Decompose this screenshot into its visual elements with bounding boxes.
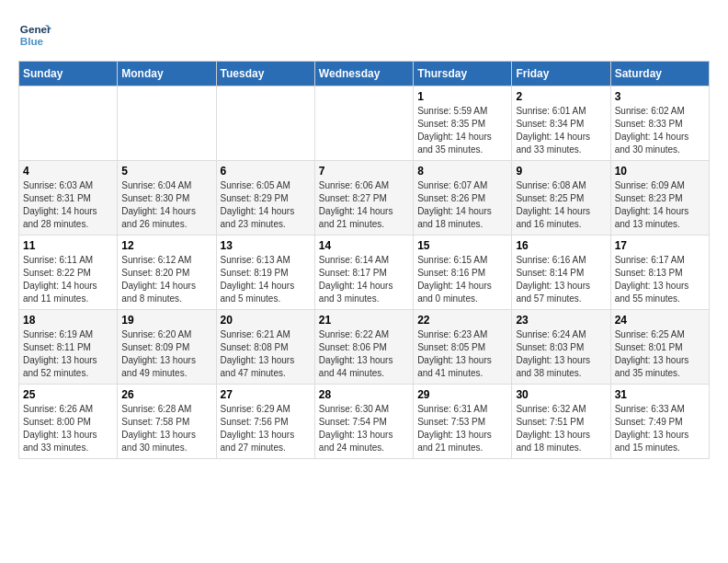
- calendar-cell: 13Sunrise: 6:13 AM Sunset: 8:19 PM Dayli…: [216, 236, 314, 310]
- day-number: 5: [121, 165, 211, 178]
- day-info: Sunrise: 6:09 AM Sunset: 8:23 PM Dayligh…: [615, 179, 705, 231]
- day-info: Sunrise: 6:17 AM Sunset: 8:13 PM Dayligh…: [615, 254, 705, 305]
- calendar-cell: 8Sunrise: 6:07 AM Sunset: 8:26 PM Daylig…: [414, 161, 512, 236]
- calendar-cell: 14Sunrise: 6:14 AM Sunset: 8:17 PM Dayli…: [314, 236, 413, 310]
- day-info: Sunrise: 6:11 AM Sunset: 8:22 PM Dayligh…: [23, 254, 113, 305]
- calendar-cell: 17Sunrise: 6:17 AM Sunset: 8:13 PM Dayli…: [610, 236, 709, 310]
- day-number: 13: [221, 239, 311, 252]
- calendar-week-3: 11Sunrise: 6:11 AM Sunset: 8:22 PM Dayli…: [19, 236, 710, 310]
- day-info: Sunrise: 6:23 AM Sunset: 8:05 PM Dayligh…: [417, 328, 507, 380]
- day-number: 21: [319, 314, 409, 327]
- calendar-cell: [314, 86, 413, 161]
- calendar-cell: 27Sunrise: 6:29 AM Sunset: 7:56 PM Dayli…: [216, 385, 314, 459]
- day-number: 4: [23, 165, 113, 178]
- calendar-cell: [118, 86, 216, 161]
- svg-text:General: General: [20, 23, 51, 35]
- calendar-body: 1Sunrise: 5:59 AM Sunset: 8:35 PM Daylig…: [19, 86, 710, 459]
- day-info: Sunrise: 6:28 AM Sunset: 7:58 PM Dayligh…: [121, 403, 211, 454]
- day-info: Sunrise: 6:12 AM Sunset: 8:20 PM Dayligh…: [121, 254, 211, 305]
- calendar-cell: 31Sunrise: 6:33 AM Sunset: 7:49 PM Dayli…: [610, 385, 709, 459]
- calendar-week-1: 1Sunrise: 5:59 AM Sunset: 8:35 PM Daylig…: [19, 86, 710, 161]
- calendar-cell: 4Sunrise: 6:03 AM Sunset: 8:31 PM Daylig…: [19, 161, 118, 236]
- day-info: Sunrise: 6:33 AM Sunset: 7:49 PM Dayligh…: [615, 403, 705, 454]
- day-number: 15: [417, 239, 507, 252]
- day-number: 7: [319, 165, 409, 178]
- calendar-cell: 26Sunrise: 6:28 AM Sunset: 7:58 PM Dayli…: [118, 385, 216, 459]
- day-number: 27: [221, 388, 311, 401]
- calendar-cell: 18Sunrise: 6:19 AM Sunset: 8:11 PM Dayli…: [19, 310, 118, 385]
- day-number: 29: [417, 388, 507, 401]
- calendar-cell: 29Sunrise: 6:31 AM Sunset: 7:53 PM Dayli…: [414, 385, 512, 459]
- day-number: 3: [615, 90, 705, 103]
- day-number: 30: [516, 388, 606, 401]
- calendar-cell: 16Sunrise: 6:16 AM Sunset: 8:14 PM Dayli…: [512, 236, 610, 310]
- calendar-header-wednesday: Wednesday: [314, 62, 413, 86]
- day-info: Sunrise: 6:07 AM Sunset: 8:26 PM Dayligh…: [417, 179, 507, 231]
- calendar-cell: 10Sunrise: 6:09 AM Sunset: 8:23 PM Dayli…: [610, 161, 709, 236]
- day-info: Sunrise: 5:59 AM Sunset: 8:35 PM Dayligh…: [417, 105, 507, 156]
- calendar-cell: 2Sunrise: 6:01 AM Sunset: 8:34 PM Daylig…: [512, 86, 610, 161]
- day-info: Sunrise: 6:21 AM Sunset: 8:08 PM Dayligh…: [221, 328, 311, 380]
- day-number: 17: [615, 239, 705, 252]
- day-info: Sunrise: 6:05 AM Sunset: 8:29 PM Dayligh…: [221, 179, 311, 231]
- calendar-header-friday: Friday: [512, 62, 610, 86]
- calendar-header-row: SundayMondayTuesdayWednesdayThursdayFrid…: [19, 62, 710, 86]
- day-number: 23: [516, 314, 606, 327]
- calendar-header-sunday: Sunday: [19, 62, 118, 86]
- day-info: Sunrise: 6:31 AM Sunset: 7:53 PM Dayligh…: [417, 403, 507, 454]
- day-info: Sunrise: 6:14 AM Sunset: 8:17 PM Dayligh…: [319, 254, 409, 305]
- day-info: Sunrise: 6:29 AM Sunset: 7:56 PM Dayligh…: [221, 403, 311, 454]
- day-number: 8: [417, 165, 507, 178]
- day-info: Sunrise: 6:15 AM Sunset: 8:16 PM Dayligh…: [417, 254, 507, 305]
- day-number: 14: [319, 239, 409, 252]
- calendar-cell: 28Sunrise: 6:30 AM Sunset: 7:54 PM Dayli…: [314, 385, 413, 459]
- day-number: 11: [23, 239, 113, 252]
- logo: General Blue: [18, 18, 57, 52]
- day-info: Sunrise: 6:26 AM Sunset: 8:00 PM Dayligh…: [23, 403, 113, 454]
- day-info: Sunrise: 6:13 AM Sunset: 8:19 PM Dayligh…: [221, 254, 311, 305]
- calendar-cell: 24Sunrise: 6:25 AM Sunset: 8:01 PM Dayli…: [610, 310, 709, 385]
- day-info: Sunrise: 6:20 AM Sunset: 8:09 PM Dayligh…: [121, 328, 211, 380]
- day-info: Sunrise: 6:02 AM Sunset: 8:33 PM Dayligh…: [615, 105, 705, 156]
- calendar-cell: 25Sunrise: 6:26 AM Sunset: 8:00 PM Dayli…: [19, 385, 118, 459]
- calendar-cell: 6Sunrise: 6:05 AM Sunset: 8:29 PM Daylig…: [216, 161, 314, 236]
- day-info: Sunrise: 6:04 AM Sunset: 8:30 PM Dayligh…: [121, 179, 211, 231]
- day-info: Sunrise: 6:19 AM Sunset: 8:11 PM Dayligh…: [23, 328, 113, 380]
- day-number: 1: [417, 90, 507, 103]
- day-number: 28: [319, 388, 409, 401]
- calendar-cell: [216, 86, 314, 161]
- calendar-header-thursday: Thursday: [414, 62, 512, 86]
- day-info: Sunrise: 6:25 AM Sunset: 8:01 PM Dayligh…: [615, 328, 705, 380]
- calendar-cell: 12Sunrise: 6:12 AM Sunset: 8:20 PM Dayli…: [118, 236, 216, 310]
- day-number: 31: [615, 388, 705, 401]
- calendar-cell: 23Sunrise: 6:24 AM Sunset: 8:03 PM Dayli…: [512, 310, 610, 385]
- day-number: 26: [121, 388, 211, 401]
- calendar-header-monday: Monday: [118, 62, 216, 86]
- calendar-cell: 15Sunrise: 6:15 AM Sunset: 8:16 PM Dayli…: [414, 236, 512, 310]
- calendar-week-2: 4Sunrise: 6:03 AM Sunset: 8:31 PM Daylig…: [19, 161, 710, 236]
- calendar-cell: 30Sunrise: 6:32 AM Sunset: 7:51 PM Dayli…: [512, 385, 610, 459]
- calendar-header-saturday: Saturday: [610, 62, 709, 86]
- day-number: 6: [221, 165, 311, 178]
- day-info: Sunrise: 6:01 AM Sunset: 8:34 PM Dayligh…: [516, 105, 606, 156]
- day-number: 9: [516, 165, 606, 178]
- svg-text:Blue: Blue: [20, 35, 44, 47]
- calendar-cell: 3Sunrise: 6:02 AM Sunset: 8:33 PM Daylig…: [610, 86, 709, 161]
- calendar-cell: 20Sunrise: 6:21 AM Sunset: 8:08 PM Dayli…: [216, 310, 314, 385]
- calendar-week-4: 18Sunrise: 6:19 AM Sunset: 8:11 PM Dayli…: [19, 310, 710, 385]
- day-info: Sunrise: 6:06 AM Sunset: 8:27 PM Dayligh…: [319, 179, 409, 231]
- calendar-table: SundayMondayTuesdayWednesdayThursdayFrid…: [18, 61, 710, 459]
- calendar-cell: [19, 86, 118, 161]
- calendar-cell: 21Sunrise: 6:22 AM Sunset: 8:06 PM Dayli…: [314, 310, 413, 385]
- day-info: Sunrise: 6:16 AM Sunset: 8:14 PM Dayligh…: [516, 254, 606, 305]
- day-info: Sunrise: 6:32 AM Sunset: 7:51 PM Dayligh…: [516, 403, 606, 454]
- calendar-header-tuesday: Tuesday: [216, 62, 314, 86]
- calendar-cell: 9Sunrise: 6:08 AM Sunset: 8:25 PM Daylig…: [512, 161, 610, 236]
- day-number: 25: [23, 388, 113, 401]
- header: General Blue: [18, 18, 710, 52]
- day-number: 12: [121, 239, 211, 252]
- calendar-cell: 1Sunrise: 5:59 AM Sunset: 8:35 PM Daylig…: [414, 86, 512, 161]
- calendar-cell: 22Sunrise: 6:23 AM Sunset: 8:05 PM Dayli…: [414, 310, 512, 385]
- logo-icon: General Blue: [18, 18, 51, 52]
- day-number: 18: [23, 314, 113, 327]
